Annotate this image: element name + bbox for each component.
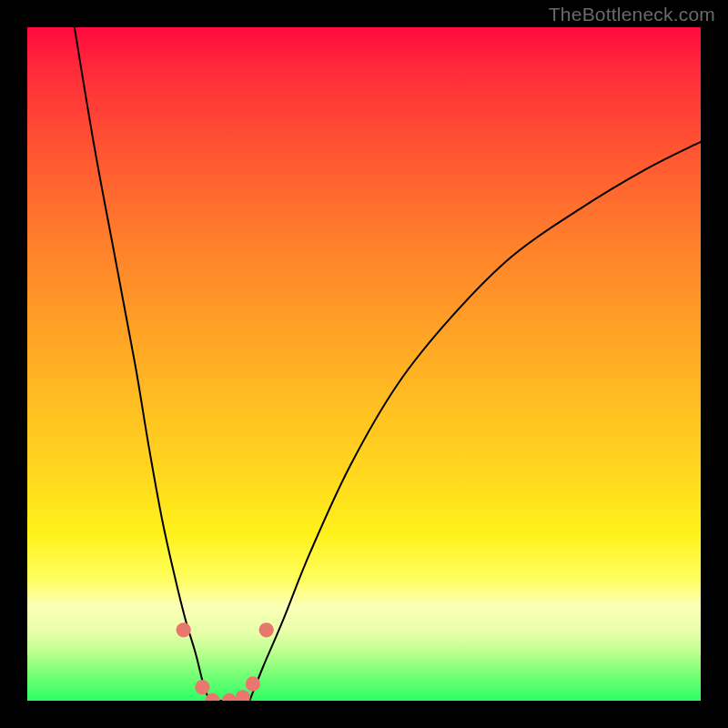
marker-point bbox=[222, 693, 237, 701]
plot-area bbox=[27, 27, 701, 701]
marker-point bbox=[246, 676, 260, 691]
curve-svg bbox=[27, 27, 701, 701]
watermark-text: TheBottleneck.com bbox=[549, 4, 715, 25]
marker-point bbox=[259, 622, 274, 637]
marker-point bbox=[177, 622, 191, 637]
marker-group bbox=[177, 622, 274, 701]
chart-frame: TheBottleneck.com bbox=[0, 0, 728, 728]
series-left-branch bbox=[75, 27, 209, 701]
marker-point bbox=[195, 680, 209, 694]
series-group bbox=[75, 27, 701, 701]
series-right-branch bbox=[249, 142, 701, 701]
marker-point bbox=[236, 690, 250, 701]
